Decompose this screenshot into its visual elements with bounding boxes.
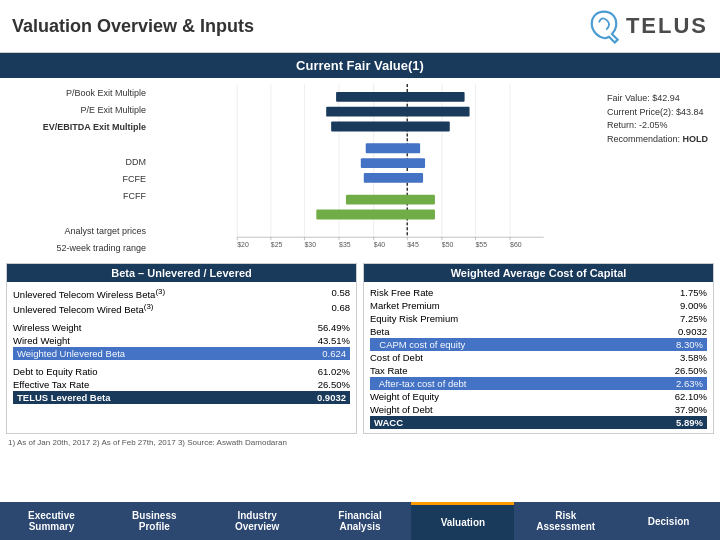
label-spacer2 [10,209,146,219]
market-premium-label: Market Premium [370,300,440,311]
svg-rect-22 [331,122,450,132]
tab-decision[interactable]: Decision [617,502,720,540]
svg-rect-23 [366,143,420,153]
tax-rate-row: Tax Rate 26.50% [370,364,707,377]
chart-canvas: $20 $25 $30 $35 $40 $45 $50 $55 $60 [150,84,710,257]
beta-label: Beta [370,326,390,337]
beta-row-1-label: Unlevered Telecom Wireless Beta(3) [13,287,165,300]
svg-text:$30: $30 [304,241,316,248]
tab-valuation[interactable]: Valuation [411,502,514,540]
telus-logo: TELUS [586,8,708,44]
equity-risk-label: Equity Risk Premium [370,313,458,324]
wired-weight-row: Wired Weight 43.51% [13,334,350,347]
beta-row-1: Unlevered Telecom Wireless Beta(3) 0.58 [13,286,350,301]
recommendation-text: Recommendation: HOLD [607,133,708,147]
header: Valuation Overview & Inputs TELUS [0,0,720,53]
label-analyst: Analyst target prices [10,226,146,236]
cost-of-debt-value: 3.58% [680,352,707,363]
market-premium-value: 9.00% [680,300,707,311]
weight-debt-label: Weight of Debt [370,404,433,415]
beta-row: Beta 0.9032 [370,325,707,338]
cost-of-debt-row: Cost of Debt 3.58% [370,351,707,364]
after-tax-value: 2.63% [676,378,703,389]
svg-text:$35: $35 [339,241,351,248]
capm-value: 8.30% [676,339,703,350]
weight-equity-label: Weight of Equity [370,391,439,402]
debt-equity-row: Debt to Equity Ratio 61.02% [13,365,350,378]
market-premium-row: Market Premium 9.00% [370,299,707,312]
beta-row-2-label: Unlevered Telecom Wired Beta(3) [13,302,153,315]
weighted-unlevered-value: 0.624 [322,348,346,359]
svg-text:$50: $50 [442,241,454,248]
wacc-label: WACC [374,417,403,428]
tab-business-profile[interactable]: BusinessProfile [103,502,206,540]
wacc-value: 5.89% [676,417,703,428]
telus-logo-text: TELUS [626,13,708,39]
risk-free-row: Risk Free Rate 1.75% [370,286,707,299]
risk-free-label: Risk Free Rate [370,287,433,298]
effective-tax-value: 26.50% [318,379,350,390]
hold-label: HOLD [683,134,709,144]
svg-text:$40: $40 [374,241,386,248]
tax-rate-label: Tax Rate [370,365,408,376]
capm-row: CAPM cost of equity 8.30% [370,338,707,351]
svg-rect-20 [336,92,465,102]
wacc-panel-header: Weighted Average Cost of Capital [364,264,713,282]
beta-value: 0.9032 [678,326,707,337]
fair-value-box: Fair Value: $42.94 Current Price(2): $43… [607,92,708,146]
levered-beta-label: TELUS Levered Beta [17,392,110,403]
after-tax-row: After-tax cost of debt 2.63% [370,377,707,390]
svg-text:$55: $55 [475,241,487,248]
chart-area: P/Book Exit Multiple P/E Exit Multiple E… [0,78,720,263]
capm-label: CAPM cost of equity [374,339,465,350]
levered-beta-value: 0.9032 [317,392,346,403]
risk-free-value: 1.75% [680,287,707,298]
beta-row-2: Unlevered Telecom Wired Beta(3) 0.68 [13,301,350,316]
wireless-weight-value: 56.49% [318,322,350,333]
label-ev: EV/EBITDA Exit Multiple [10,122,146,132]
weight-debt-row: Weight of Debt 37.90% [370,403,707,416]
svg-rect-21 [326,107,469,117]
cost-of-debt-label: Cost of Debt [370,352,423,363]
page-title: Valuation Overview & Inputs [12,16,254,37]
current-price-text: Current Price(2): $43.84 [607,106,708,120]
label-ddm: DDM [10,157,146,167]
weight-equity-row: Weight of Equity 62.10% [370,390,707,403]
weighted-unlevered-row: Weighted Unlevered Beta 0.624 [13,347,350,360]
svg-text:$60: $60 [510,241,522,248]
beta-row-2-value: 0.68 [332,302,351,315]
svg-rect-24 [361,158,425,168]
label-52week: 52-week trading range [10,243,146,253]
svg-text:$20: $20 [237,241,249,248]
tab-risk-assessment[interactable]: RiskAssessment [514,502,617,540]
wireless-weight-row: Wireless Weight 56.49% [13,321,350,334]
label-spacer1 [10,140,146,150]
tax-rate-value: 26.50% [675,365,707,376]
weighted-unlevered-label: Weighted Unlevered Beta [17,348,125,359]
beta-row-1-value: 0.58 [332,287,351,300]
bottom-panels: Beta – Unlevered / Levered Unlevered Tel… [6,263,714,434]
label-pe: P/E Exit Multiple [10,105,146,115]
wacc-panel: Weighted Average Cost of Capital Risk Fr… [363,263,714,434]
section-title: Current Fair Value(1) [0,53,720,78]
debt-equity-label: Debt to Equity Ratio [13,366,98,377]
wireless-weight-label: Wireless Weight [13,322,81,333]
debt-equity-value: 61.02% [318,366,350,377]
return-text: Return: -2.05% [607,119,708,133]
tab-financial-analysis[interactable]: FinancialAnalysis [309,502,412,540]
svg-text:$25: $25 [271,241,283,248]
equity-risk-value: 7.25% [680,313,707,324]
levered-beta-row: TELUS Levered Beta 0.9032 [13,391,350,404]
telus-logo-icon [586,8,622,44]
chart-labels: P/Book Exit Multiple P/E Exit Multiple E… [10,84,150,257]
after-tax-label: After-tax cost of debt [374,378,466,389]
fair-value-text: Fair Value: $42.94 [607,92,708,106]
effective-tax-row: Effective Tax Rate 26.50% [13,378,350,391]
beta-panel-header: Beta – Unlevered / Levered [7,264,356,282]
tab-industry-overview[interactable]: IndustryOverview [206,502,309,540]
svg-text:$45: $45 [407,241,419,248]
svg-rect-25 [364,173,423,183]
tab-executive-summary[interactable]: ExecutiveSummary [0,502,103,540]
bottom-tabs[interactable]: ExecutiveSummary BusinessProfile Industr… [0,502,720,540]
effective-tax-label: Effective Tax Rate [13,379,89,390]
